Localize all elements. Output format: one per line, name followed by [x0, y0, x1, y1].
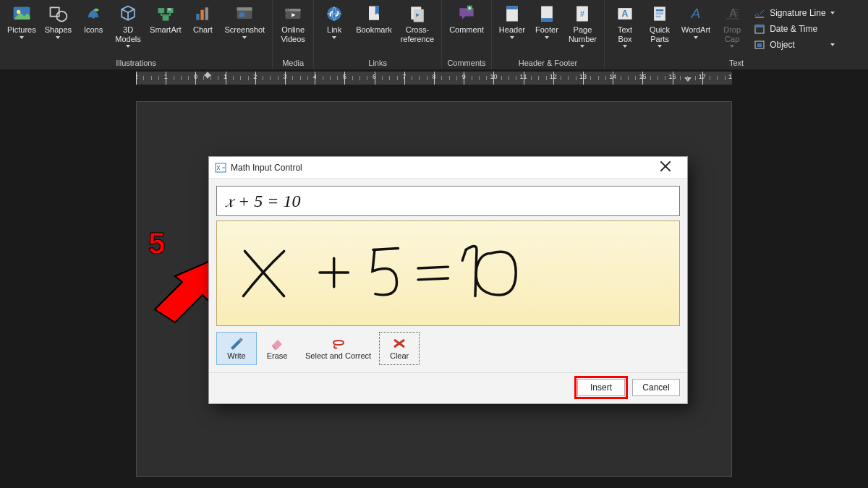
ruler-tick: 1 [164, 73, 168, 80]
svg-text:A: A [729, 7, 737, 20]
screenshot-icon [234, 4, 255, 24]
icons-button[interactable]: Icons [76, 2, 111, 54]
select-correct-label: Select and Correct [305, 351, 371, 360]
group-header-footer: Header Footer # Page Number Header & Foo… [492, 0, 605, 69]
dialog-title: Math Input Control [231, 163, 302, 173]
svg-rect-19 [414, 9, 424, 22]
ruler-tick: 3 [283, 73, 286, 80]
pictures-button[interactable]: Pictures [3, 2, 41, 54]
svg-rect-36 [755, 25, 764, 27]
erase-tool[interactable]: Erase [257, 332, 297, 365]
header-button[interactable]: Header [495, 2, 529, 54]
wordart-button[interactable]: A WordArt [677, 2, 715, 54]
dropcap-icon: A [722, 4, 742, 24]
crossref-label: Cross- reference [401, 25, 434, 43]
dialog-titlebar[interactable]: Math Input Control [209, 157, 687, 179]
link-icon [324, 4, 344, 24]
ruler-tick: 13 [579, 73, 587, 80]
page-number-button[interactable]: # Page Number [564, 2, 601, 54]
ruler-tick: 11 [520, 73, 527, 80]
write-label: Write [227, 351, 245, 360]
ruler-tick: 0 [194, 73, 197, 80]
horizontal-ruler[interactable]: 210123456789101112131415161718 [136, 72, 732, 85]
ruler-tick: 12 [550, 73, 557, 80]
online-videos-label: Online Videos [281, 25, 305, 43]
group-comments: Comment Comments [442, 0, 492, 69]
3d-models-button[interactable]: 3D Models [111, 2, 145, 54]
svg-text:A: A [691, 6, 701, 21]
link-button[interactable]: Link [317, 2, 352, 54]
math-app-icon [215, 162, 226, 174]
group-media-label: Media [273, 57, 313, 69]
quick-parts-icon [650, 4, 670, 24]
math-input-dialog: Math Input Control 𝑥 + 5 = 10 [208, 156, 688, 404]
smartart-button[interactable]: SmartArt [145, 2, 185, 54]
comment-button[interactable]: Comment [445, 2, 488, 54]
svg-rect-22 [506, 7, 518, 9]
shapes-button[interactable]: Shapes [41, 2, 76, 54]
screenshot-button[interactable]: Screenshot [220, 2, 269, 54]
text-box-label: Text Box [618, 25, 632, 43]
clear-tool[interactable]: Clear [379, 332, 420, 365]
insert-button[interactable]: Insert [577, 379, 625, 396]
close-button[interactable] [654, 159, 681, 176]
pictures-icon [12, 4, 32, 24]
handwriting-strokes [217, 221, 679, 325]
pen-icon [229, 337, 244, 350]
icons-icon [83, 4, 103, 24]
svg-rect-8 [205, 7, 208, 20]
quick-parts-label: Quick Parts [650, 25, 670, 43]
footer-label: Footer [535, 25, 558, 35]
svg-rect-5 [162, 16, 169, 21]
svg-rect-31 [656, 12, 664, 14]
write-tool[interactable]: Write [216, 332, 257, 365]
page-number-icon: # [572, 4, 592, 24]
svg-rect-32 [656, 16, 661, 18]
tool-row: Write Erase Select and Correct Clear [209, 332, 687, 372]
cancel-button[interactable]: Cancel [632, 379, 680, 396]
annotation-step-5: 5 [148, 226, 165, 261]
ruler-tick: 18 [728, 73, 732, 80]
group-illustrations: Pictures Shapes Icons 3D Models SmartArt… [0, 0, 273, 69]
calendar-icon [754, 23, 765, 35]
handwriting-area[interactable] [216, 221, 680, 326]
clear-icon [391, 337, 407, 350]
footer-icon [537, 4, 557, 24]
object-button[interactable]: Object [752, 37, 840, 53]
ruler-tick: 2 [253, 73, 257, 80]
ruler-tick: 17 [699, 73, 706, 80]
header-icon [502, 4, 522, 24]
svg-text:#: # [581, 9, 585, 18]
page-number-label: Page Number [569, 25, 597, 43]
svg-rect-3 [158, 8, 164, 13]
drop-cap-button[interactable]: A Drop Cap [715, 2, 749, 54]
svg-rect-24 [541, 18, 553, 21]
ruler-tick: 16 [669, 73, 676, 80]
cross-reference-button[interactable]: Cross- reference [396, 2, 438, 54]
footer-button[interactable]: Footer [529, 2, 564, 54]
bookmark-button[interactable]: Bookmark [352, 2, 396, 54]
text-box-button[interactable]: A Text Box [608, 2, 642, 54]
object-label: Object [770, 40, 795, 50]
group-comments-label: Comments [442, 57, 491, 69]
signature-icon [754, 7, 765, 19]
quick-parts-button[interactable]: Quick Parts [642, 2, 677, 54]
online-videos-button[interactable]: Online Videos [276, 2, 310, 54]
chart-button[interactable]: Chart [185, 2, 220, 54]
bookmark-icon [364, 4, 384, 24]
group-headerfooter-label: Header & Footer [492, 57, 604, 69]
drop-cap-label: Drop Cap [723, 25, 741, 43]
chart-label: Chart [193, 25, 213, 35]
erase-label: Erase [267, 351, 288, 360]
date-time-button[interactable]: Date & Time [752, 21, 840, 37]
ruler-tick: 15 [639, 73, 646, 80]
equation-preview: 𝑥 + 5 = 10 [216, 186, 680, 216]
svg-point-15 [289, 9, 290, 11]
link-label: Link [327, 25, 341, 35]
signature-line-button[interactable]: Signature Line [752, 5, 840, 21]
lasso-icon [331, 337, 346, 350]
select-correct-tool[interactable]: Select and Correct [297, 332, 379, 365]
ruler-tick: 5 [343, 73, 346, 80]
svg-text:A: A [622, 9, 629, 19]
svg-rect-38 [757, 43, 762, 47]
